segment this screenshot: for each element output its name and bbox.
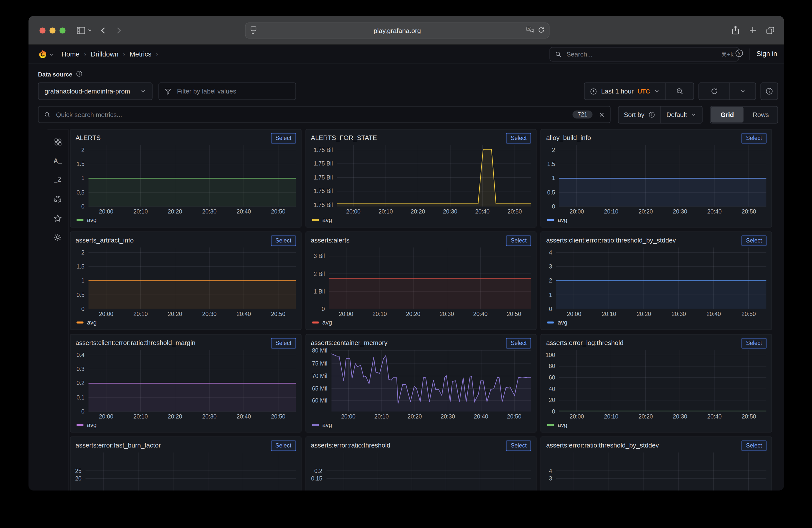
breadcrumb-metrics[interactable]: Metrics (130, 50, 151, 58)
panel-select-button[interactable]: Select (506, 440, 531, 451)
new-tab-icon[interactable] (749, 27, 756, 34)
legend-label[interactable]: avg (558, 319, 567, 326)
panel-select-button[interactable]: Select (271, 235, 296, 246)
plot-area[interactable] (556, 453, 767, 490)
y-tick-label: 0 (549, 306, 552, 312)
x-tick-label: 20:20 (168, 413, 182, 420)
plot-area[interactable] (88, 350, 296, 411)
y-axis: 21.510.50 (75, 248, 88, 309)
panel-select-button[interactable]: Select (741, 338, 767, 349)
panel-select-button[interactable]: Select (741, 235, 767, 246)
sidebar-toggle-icon[interactable] (76, 26, 86, 34)
panel-title: asserts:error:fast_burn_factor (75, 440, 271, 449)
metric-panel: ALERTS Select 21.510.50 20:0020:1020:202… (70, 129, 301, 228)
refresh-button[interactable] (699, 83, 729, 100)
panel-select-button[interactable]: Select (741, 440, 767, 451)
quick-search-input[interactable] (55, 110, 568, 119)
label-filter-input[interactable] (159, 83, 296, 100)
y-tick-label: 3 (549, 264, 552, 269)
page-format-icon[interactable] (250, 26, 257, 36)
info-icon[interactable] (76, 71, 82, 78)
plot-area[interactable] (329, 248, 531, 309)
sidebar-chevron-icon[interactable] (87, 28, 92, 32)
panel-select-button[interactable]: Select (271, 440, 296, 451)
panel-select-button[interactable]: Select (271, 338, 296, 349)
translate-icon[interactable]: A (526, 26, 534, 36)
share-icon[interactable] (731, 26, 740, 35)
info-button[interactable] (760, 83, 778, 100)
metric-panel: asserts:error_log:threshold Select 10080… (541, 334, 772, 432)
info-icon[interactable] (649, 111, 655, 118)
panel-title: asserts:error:ratio:threshold (311, 440, 506, 449)
legend-label[interactable]: avg (87, 422, 97, 428)
plot-area[interactable] (86, 453, 296, 490)
y-tick-label: 70 Mil (312, 373, 327, 379)
clear-search-icon[interactable] (599, 112, 604, 117)
panel-title: asserts_artifact_info (75, 235, 271, 244)
search-icon (555, 51, 562, 58)
x-axis: 20:0020:1020:2020:3020:4020:50 (88, 206, 296, 216)
tab-overview-icon[interactable] (766, 26, 774, 34)
back-button[interactable] (100, 26, 106, 34)
panel-select-button[interactable]: Select (506, 338, 531, 349)
cluster-icon[interactable] (47, 190, 68, 208)
sign-in-link[interactable]: Sign in (756, 50, 777, 58)
x-tick-label: 20:10 (604, 413, 619, 420)
legend-label[interactable]: avg (558, 217, 567, 223)
legend-label[interactable]: avg (87, 319, 97, 326)
reload-icon[interactable] (537, 26, 545, 36)
legend-label[interactable]: avg (87, 217, 97, 223)
org-switcher-chevron-icon[interactable] (49, 50, 54, 59)
header-divider (750, 48, 750, 60)
panel-select-button[interactable]: Select (506, 133, 531, 144)
x-tick-label: 20:20 (638, 413, 653, 420)
panel-select-button[interactable]: Select (741, 133, 767, 144)
label-filter-field[interactable] (176, 87, 290, 96)
plot-area[interactable] (337, 145, 531, 206)
view-rows-button[interactable]: Rows (744, 107, 777, 122)
group-view-icon[interactable] (47, 132, 68, 151)
panel-select-button[interactable]: Select (271, 133, 296, 144)
x-tick-label: 20:10 (604, 208, 619, 215)
zoom-out-time-button[interactable] (665, 83, 694, 100)
help-icon[interactable]: ? (735, 49, 743, 59)
x-axis: 20:0020:1020:2020:3020:4020:50 (331, 411, 531, 421)
breadcrumb-home[interactable]: Home (61, 50, 79, 58)
minimize-window-button[interactable] (49, 27, 56, 33)
metric-panel: asserts:alerts Select 3 Bil2 Bil1 Bil0 2… (305, 232, 536, 330)
legend-label[interactable]: avg (322, 319, 332, 326)
address-bar[interactable]: play.grafana.org A (245, 23, 550, 39)
legend-label[interactable]: avg (322, 422, 332, 428)
star-icon[interactable] (47, 208, 68, 228)
legend-label[interactable]: avg (558, 422, 567, 428)
sort-az-icon[interactable]: A_ (47, 151, 68, 171)
controls-area: Data source grafanacloud-demoinfra-prom (29, 71, 784, 490)
plot-area[interactable] (331, 350, 531, 411)
sort-za-icon[interactable]: _Z (47, 171, 68, 190)
datasource-select[interactable]: grafanacloud-demoinfra-prom (38, 83, 153, 100)
plot-area[interactable] (326, 453, 531, 490)
sort-value-dropdown[interactable]: Default (661, 106, 702, 123)
view-grid-button[interactable]: Grid (711, 107, 743, 122)
x-tick-label: 20:10 (133, 413, 148, 420)
legend-swatch (547, 219, 554, 221)
grafana-logo[interactable] (38, 49, 47, 59)
global-search-input[interactable] (566, 50, 717, 59)
refresh-interval-dropdown[interactable] (729, 83, 755, 100)
quick-search-box[interactable]: 721 (38, 106, 610, 123)
plot-area[interactable] (88, 145, 296, 206)
plot-area[interactable] (559, 350, 767, 411)
gear-icon[interactable] (47, 228, 68, 247)
close-window-button[interactable] (40, 27, 45, 33)
breadcrumb-drilldown[interactable]: Drilldown (91, 50, 118, 58)
panel-select-button[interactable]: Select (506, 235, 531, 246)
legend-swatch (76, 424, 84, 426)
legend-label[interactable]: avg (322, 217, 332, 223)
forward-button[interactable] (116, 26, 122, 34)
plot-area[interactable] (559, 145, 767, 206)
global-search-box[interactable]: ⌘+k (550, 47, 739, 61)
plot-area[interactable] (88, 248, 296, 309)
plot-area[interactable] (556, 248, 767, 309)
zoom-window-button[interactable] (59, 27, 66, 33)
time-range-button[interactable]: Last 1 hour UTC (585, 83, 665, 100)
